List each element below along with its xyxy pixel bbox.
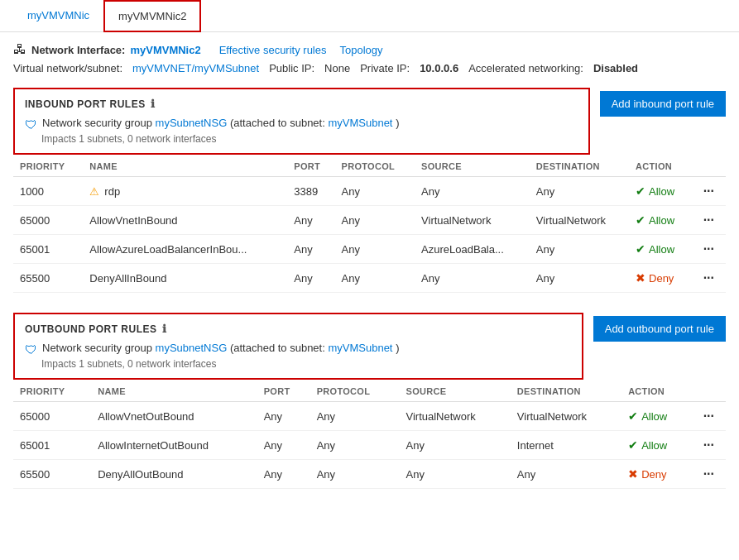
inbound-header-box: INBOUND PORT RULES ℹ 🛡 Network security … — [13, 88, 590, 155]
main-container: myVMVMNic myVMVMNic2 🖧 Network Interface… — [0, 0, 739, 560]
outbound-rules-table: PRIORITY NAME PORT PROTOCOL SOURCE DESTI… — [13, 380, 726, 489]
inbound-row-destination: Any — [530, 264, 629, 293]
vnet-value[interactable]: myVMVNET/myVMSubnet — [132, 62, 259, 74]
outbound-row-name: AllowInternetOutBound — [91, 431, 257, 460]
outbound-row-menu[interactable]: ··· — [692, 431, 726, 460]
outbound-row-ellipsis[interactable]: ··· — [698, 436, 719, 453]
outbound-nsg-post: ) — [396, 342, 399, 354]
outbound-row-name: DenyAllOutBound — [91, 460, 257, 489]
inbound-row-source: Any — [415, 264, 530, 293]
outbound-row-destination: VirtualNetwork — [511, 402, 621, 431]
outbound-table-row[interactable]: 65001 AllowInternetOutBound Any Any Any … — [13, 431, 726, 460]
outbound-nsg-impacts: Impacts 1 subnets, 0 network interfaces — [41, 358, 572, 370]
outbound-nsg-subnet[interactable]: myVMSubnet — [328, 342, 392, 354]
inbound-table-row[interactable]: 65000 AllowVnetInBound Any Any VirtualNe… — [13, 206, 726, 235]
add-outbound-rule-button[interactable]: Add outbound port rule — [593, 316, 726, 342]
inbound-row-action: ✔ Allow — [629, 177, 692, 206]
inbound-row-name: DenyAllInBound — [83, 264, 287, 293]
outbound-col-action: ACTION — [621, 380, 692, 402]
inbound-row-source: Any — [415, 177, 530, 206]
inbound-rules-table: PRIORITY NAME PORT PROTOCOL SOURCE DESTI… — [13, 155, 726, 293]
inbound-row-protocol: Any — [335, 206, 415, 235]
inbound-nsg-mid: (attached to subnet: — [230, 117, 325, 129]
inbound-row-protocol: Any — [335, 177, 415, 206]
outbound-nsg-name[interactable]: mySubnetNSG — [156, 342, 228, 354]
inbound-row-priority: 65000 — [13, 206, 83, 235]
outbound-shield-icon: 🛡 — [25, 342, 37, 357]
inbound-nsg-impacts: Impacts 1 subnets, 0 network interfaces — [41, 133, 578, 145]
private-ip-label: Private IP: — [360, 62, 410, 74]
outbound-col-priority: PRIORITY — [13, 380, 91, 402]
inbound-row-destination: Any — [530, 177, 629, 206]
outbound-table-row[interactable]: 65500 DenyAllOutBound Any Any Any Any ✖ … — [13, 460, 726, 489]
outbound-col-name: NAME — [91, 380, 257, 402]
outbound-row-priority: 65000 — [13, 402, 91, 431]
inbound-row-port: 3389 — [287, 177, 334, 206]
inbound-info-icon[interactable]: ℹ — [151, 98, 156, 110]
inbound-row-menu[interactable]: ··· — [692, 235, 726, 264]
inbound-table-row[interactable]: 65500 DenyAllInBound Any Any Any Any ✖ D… — [13, 264, 726, 293]
inbound-nsg-subnet[interactable]: myVMSubnet — [328, 117, 392, 129]
inbound-col-destination: DESTINATION — [530, 155, 629, 177]
inbound-row-destination: VirtualNetwork — [530, 206, 629, 235]
outbound-row-menu[interactable]: ··· — [692, 402, 726, 431]
network-interface-label: Network Interface: — [31, 44, 125, 56]
inbound-row-name: AllowVnetInBound — [83, 206, 287, 235]
inbound-row-ellipsis[interactable]: ··· — [698, 240, 719, 257]
outbound-section: OUTBOUND PORT RULES ℹ 🛡 Network security… — [13, 313, 726, 489]
inbound-col-priority: PRIORITY — [13, 155, 83, 177]
inbound-row-ellipsis[interactable]: ··· — [698, 182, 719, 199]
inbound-col-protocol: PROTOCOL — [335, 155, 415, 177]
add-inbound-rule-button[interactable]: Add inbound port rule — [600, 91, 726, 117]
inbound-table-row[interactable]: 65001 AllowAzureLoadBalancerInBou... Any… — [13, 235, 726, 264]
outbound-row-priority: 65001 — [13, 431, 91, 460]
outbound-row-port: Any — [257, 431, 310, 460]
outbound-row-name: AllowVnetOutBound — [91, 402, 257, 431]
outbound-table-row[interactable]: 65000 AllowVnetOutBound Any Any VirtualN… — [13, 402, 726, 431]
outbound-row-source: Any — [400, 460, 511, 489]
outbound-row-port: Any — [257, 402, 310, 431]
outbound-col-protocol: PROTOCOL — [310, 380, 400, 402]
outbound-nsg-mid: (attached to subnet: — [230, 342, 325, 354]
warning-icon: ⚠ — [89, 185, 99, 198]
inbound-nsg-name[interactable]: mySubnetNSG — [156, 117, 228, 129]
outbound-row-protocol: Any — [310, 431, 400, 460]
inbound-col-name: NAME — [83, 155, 287, 177]
outbound-row-action: ✔ Allow — [621, 402, 692, 431]
outbound-col-port: PORT — [257, 380, 310, 402]
tab-nic2[interactable]: myVMVMNic2 — [103, 0, 201, 32]
header-links: Effective security rules Topology — [219, 44, 383, 56]
inbound-col-source: SOURCE — [415, 155, 530, 177]
outbound-row-source: VirtualNetwork — [400, 402, 511, 431]
inbound-row-ellipsis[interactable]: ··· — [698, 211, 719, 228]
tab-nic1[interactable]: myVMVMNic — [13, 0, 103, 32]
header-meta: Virtual network/subnet: myVMVNET/myVMSub… — [13, 62, 726, 74]
outbound-row-menu[interactable]: ··· — [692, 460, 726, 489]
public-ip-value: None — [324, 62, 350, 74]
inbound-nsg-row: 🛡 Network security group mySubnetNSG (at… — [25, 117, 578, 132]
outbound-info-icon[interactable]: ℹ — [162, 323, 167, 335]
outbound-row-priority: 65500 — [13, 460, 91, 489]
inbound-row-source: VirtualNetwork — [415, 206, 530, 235]
inbound-row-port: Any — [287, 206, 334, 235]
outbound-row-ellipsis[interactable]: ··· — [698, 465, 719, 482]
inbound-section: INBOUND PORT RULES ℹ 🛡 Network security … — [13, 88, 726, 293]
inbound-row-menu[interactable]: ··· — [692, 206, 726, 235]
inbound-row-menu[interactable]: ··· — [692, 177, 726, 206]
inbound-row-ellipsis[interactable]: ··· — [698, 269, 719, 286]
inbound-col-action: ACTION — [629, 155, 692, 177]
inbound-row-action: ✔ Allow — [629, 206, 692, 235]
effective-security-rules-link[interactable]: Effective security rules — [219, 44, 327, 56]
topology-link[interactable]: Topology — [339, 44, 382, 56]
inbound-row-protocol: Any — [335, 235, 415, 264]
inbound-row-menu[interactable]: ··· — [692, 264, 726, 293]
inbound-row-priority: 65500 — [13, 264, 83, 293]
nic-icon: 🖧 — [13, 42, 26, 57]
inbound-row-priority: 65001 — [13, 235, 83, 264]
outbound-row-destination: Any — [511, 460, 621, 489]
inbound-table-row[interactable]: 1000 ⚠rdp 3389 Any Any Any ✔ Allow ··· — [13, 177, 726, 206]
outbound-row-ellipsis[interactable]: ··· — [698, 407, 719, 424]
outbound-col-source: SOURCE — [400, 380, 511, 402]
inbound-row-port: Any — [287, 264, 334, 293]
outbound-row-port: Any — [257, 460, 310, 489]
